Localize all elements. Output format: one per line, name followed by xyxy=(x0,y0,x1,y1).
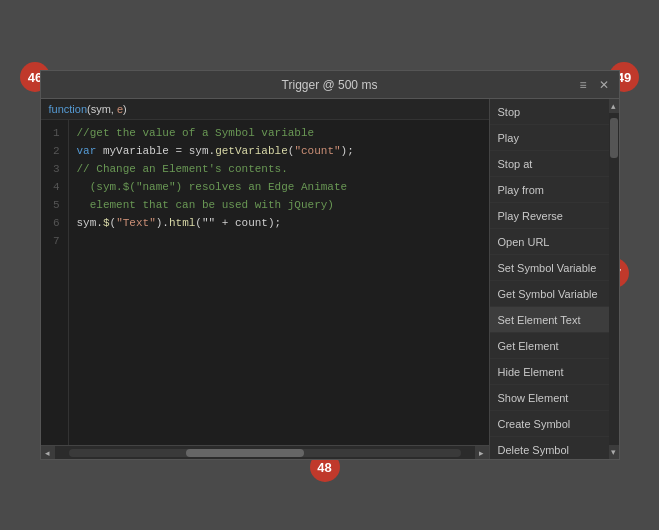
action-item-stop[interactable]: Stop xyxy=(490,99,609,125)
scroll-v-thumb[interactable] xyxy=(610,118,618,158)
line-numbers: 1 2 3 4 5 6 7 xyxy=(41,120,69,445)
scrollbar-track-h[interactable] xyxy=(69,449,461,457)
function-keyword: function xyxy=(49,103,88,115)
code-line-4: (sym.$("name") resolves an Edge Animate xyxy=(77,178,481,196)
code-editor[interactable]: function(sym, e) 1 2 3 4 5 6 7 //get the… xyxy=(41,99,489,459)
action-item-open-url[interactable]: Open URL xyxy=(490,229,609,255)
code-line-1: //get the value of a Symbol variable xyxy=(77,124,481,142)
action-item-play[interactable]: Play xyxy=(490,125,609,151)
action-item-show-element[interactable]: Show Element xyxy=(490,385,609,411)
scroll-v-track[interactable] xyxy=(609,113,619,445)
action-item-play-reverse[interactable]: Play Reverse xyxy=(490,203,609,229)
action-item-get-symbol-var[interactable]: Get Symbol Variable xyxy=(490,281,609,307)
scroll-left-arrow[interactable]: ◂ xyxy=(41,446,55,460)
scroll-right-arrow[interactable]: ▸ xyxy=(475,446,489,460)
code-line-7 xyxy=(77,232,481,250)
action-item-play-from[interactable]: Play from xyxy=(490,177,609,203)
code-content: 1 2 3 4 5 6 7 //get the value of a Symbo… xyxy=(41,120,489,445)
action-item-stop-at[interactable]: Stop at xyxy=(490,151,609,177)
action-item-create-symbol[interactable]: Create Symbol xyxy=(490,411,609,437)
code-text-area[interactable]: //get the value of a Symbol variable var… xyxy=(69,120,489,445)
action-item-delete-symbol[interactable]: Delete Symbol xyxy=(490,437,609,459)
action-item-set-element-text[interactable]: Set Element Text xyxy=(490,307,609,333)
code-line-5: element that can be used with jQuery) xyxy=(77,196,481,214)
code-function-bar: function(sym, e) xyxy=(41,99,489,120)
horizontal-scrollbar[interactable]: ◂ ▸ xyxy=(41,445,489,459)
action-item-hide-element[interactable]: Hide Element xyxy=(490,359,609,385)
action-item-get-element[interactable]: Get Element xyxy=(490,333,609,359)
panel-close-button[interactable]: ✕ xyxy=(595,76,613,94)
panel-header: Trigger @ 500 ms ≡ ✕ xyxy=(41,71,619,99)
action-items-container: Stop Play Stop at Play from Play Reverse… xyxy=(490,99,609,459)
outer-container: 46 49 47 48 Trigger @ 500 ms ≡ ✕ functio… xyxy=(0,0,659,530)
panel-title: Trigger @ 500 ms xyxy=(282,78,378,92)
vertical-scrollbar[interactable]: ▴ ▾ xyxy=(609,99,619,459)
code-line-6: sym.$("Text").html("" + count); xyxy=(77,214,481,232)
action-list-panel: Stop Play Stop at Play from Play Reverse… xyxy=(489,99,619,459)
code-line-2: var myVariable = sym.getVariable("count"… xyxy=(77,142,481,160)
panel-body: function(sym, e) 1 2 3 4 5 6 7 //get the… xyxy=(41,99,619,459)
scroll-down-arrow[interactable]: ▾ xyxy=(609,445,619,459)
trigger-panel: Trigger @ 500 ms ≡ ✕ function(sym, e) 1 … xyxy=(40,70,620,460)
code-line-3: // Change an Element's contents. xyxy=(77,160,481,178)
action-item-set-symbol-var[interactable]: Set Symbol Variable xyxy=(490,255,609,281)
panel-menu-button[interactable]: ≡ xyxy=(575,76,590,94)
scrollbar-thumb-h[interactable] xyxy=(186,449,304,457)
scroll-up-arrow[interactable]: ▴ xyxy=(609,99,619,113)
action-list-scroll: Stop Play Stop at Play from Play Reverse… xyxy=(490,99,619,459)
panel-header-actions: ≡ ✕ xyxy=(575,76,612,94)
